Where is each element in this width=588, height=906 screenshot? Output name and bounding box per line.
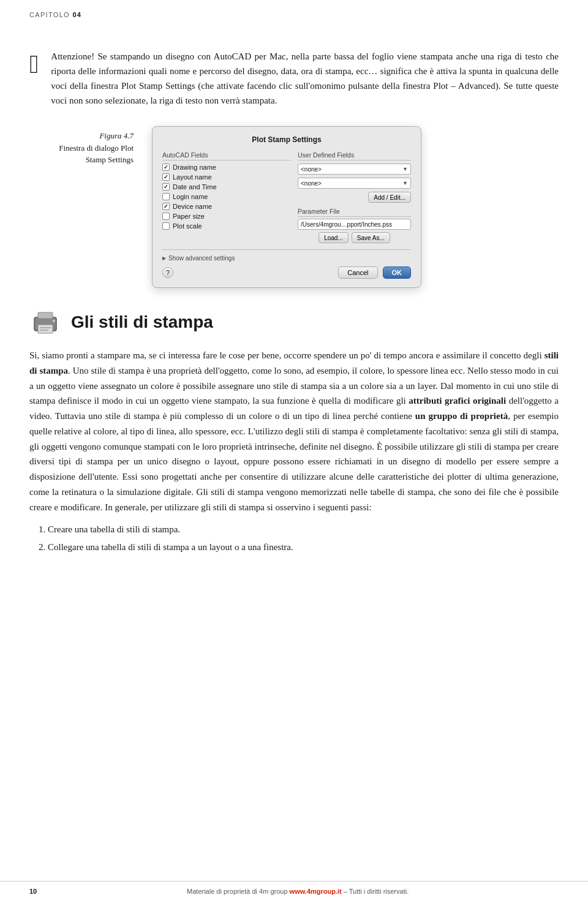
dialog-bottom-row: ▶ Show advanced settings xyxy=(162,249,411,262)
checkbox-paper-size: Paper size xyxy=(162,213,292,220)
dialog-title: Plot Stamp Settings xyxy=(162,135,411,144)
user-field-2-row: <none> ▼ xyxy=(298,178,411,189)
svg-rect-2 xyxy=(38,325,53,333)
footer-right-text: – Tutti i diritti riservati. xyxy=(344,888,409,895)
checkbox-device-name: ✓ Device name xyxy=(162,203,292,210)
cancel-button[interactable]: Cancel xyxy=(338,266,377,279)
add-edit-button[interactable]: Add / Edit... xyxy=(368,192,411,203)
user-field-2-dropdown[interactable]: <none> ▼ xyxy=(298,178,411,189)
param-file-label: Parameter File xyxy=(298,208,411,217)
checkbox-drawing-name-box[interactable]: ✓ xyxy=(162,164,170,171)
steps-list: Creare una tabella di stili di stampa. C… xyxy=(48,522,559,555)
footer-text: Materiale di proprietà di 4m group xyxy=(187,888,287,895)
param-file-section: Parameter File /Users/4mgrou…pport/Inche… xyxy=(298,208,411,243)
dropdown-arrow-1: ▼ xyxy=(402,166,408,172)
add-edit-button-row: Add / Edit... xyxy=(298,192,411,203)
figure-label: Figura 4.7 xyxy=(29,130,134,142)
section-title: Gli stili di stampa xyxy=(71,312,213,332)
checkbox-plot-scale: Plot scale xyxy=(162,222,292,230)
param-buttons: Load... Save As... xyxy=(298,232,411,243)
footer-link[interactable]: www.4mgroup.it xyxy=(290,888,342,895)
dialog-columns: AutoCAD Fields ✓ Drawing name ✓ Layout n… xyxy=(162,151,411,243)
dialog-right-col: User Defined Fields <none> ▼ <none> ▼ xyxy=(298,151,411,243)
section-header: Gli stili di stampa xyxy=(29,306,559,338)
figure-caption-line2: Stamp Settings xyxy=(29,154,134,166)
user-defined-fields-header: User Defined Fields xyxy=(298,151,411,160)
footer-center-text: Materiale di proprietà di 4m group www.4… xyxy=(37,888,559,895)
page-header: CAPITOLO 04 xyxy=(29,11,81,18)
user-field-1-dropdown[interactable]: <none> ▼ xyxy=(298,164,411,175)
section-body-paragraph: Si, siamo pronti a stampare ma, se ci in… xyxy=(29,348,559,515)
checkbox-layout-name-box[interactable]: ✓ xyxy=(162,173,170,181)
list-item-2: Collegare una tabella di stili di stampa… xyxy=(48,540,559,555)
checkbox-layout-name: ✓ Layout name xyxy=(162,173,292,181)
svg-rect-1 xyxy=(38,312,53,319)
apple-logo-icon:  xyxy=(29,51,39,108)
figure-caption: Figura 4.7 Finestra di dialogo Plot Stam… xyxy=(29,126,134,166)
checkbox-device-name-box[interactable]: ✓ xyxy=(162,203,170,210)
intro-section:  Attenzione! Se stampando un disegno co… xyxy=(29,49,559,108)
plot-stamp-dialog: Plot Stamp Settings AutoCAD Fields ✓ Dra… xyxy=(152,126,421,288)
checkbox-drawing-name: ✓ Drawing name xyxy=(162,164,292,171)
show-advanced-label: Show advanced settings xyxy=(168,255,235,262)
load-button[interactable]: Load... xyxy=(318,232,349,243)
dialog-left-col: AutoCAD Fields ✓ Drawing name ✓ Layout n… xyxy=(162,151,292,243)
checkbox-login-name-box[interactable] xyxy=(162,193,170,200)
figure-caption-line1: Finestra di dialogo Plot xyxy=(29,142,134,154)
header-prefix: CAPITOLO xyxy=(29,11,70,18)
triangle-icon: ▶ xyxy=(162,255,166,261)
checkbox-plot-scale-box[interactable] xyxy=(162,222,170,230)
dropdown-arrow-2: ▼ xyxy=(402,180,408,186)
svg-point-5 xyxy=(53,320,55,322)
checkbox-login-name: Login name xyxy=(162,193,292,200)
help-button[interactable]: ? xyxy=(162,267,173,278)
figure-section: Figura 4.7 Finestra di dialogo Plot Stam… xyxy=(29,126,559,288)
main-content:  Attenzione! Se stampando un disegno co… xyxy=(29,0,559,555)
user-field-1-row: <none> ▼ xyxy=(298,164,411,175)
svg-rect-3 xyxy=(40,327,51,328)
checkbox-paper-size-box[interactable] xyxy=(162,213,170,220)
checkbox-date-time-box[interactable]: ✓ xyxy=(162,183,170,191)
intro-paragraph: Attenzione! Se stampando un disegno con … xyxy=(51,49,559,108)
list-item-1: Creare una tabella di stili di stampa. xyxy=(48,522,559,537)
dialog-footer: ? Cancel OK xyxy=(162,266,411,279)
show-advanced-toggle[interactable]: ▶ Show advanced settings xyxy=(162,255,411,262)
save-as-button[interactable]: Save As... xyxy=(352,232,390,243)
page-footer: 10 Materiale di proprietà di 4m group ww… xyxy=(0,881,588,895)
page-number: 10 xyxy=(29,888,37,895)
checkbox-date-time: ✓ Date and Time xyxy=(162,183,292,191)
param-file-field: /Users/4mgrou…pport/Inches.pss xyxy=(298,219,411,230)
ok-button[interactable]: OK xyxy=(383,266,412,279)
printer-icon xyxy=(29,306,61,338)
header-chapter: 04 xyxy=(72,11,81,18)
svg-rect-4 xyxy=(40,330,48,331)
autocad-fields-header: AutoCAD Fields xyxy=(162,151,292,160)
